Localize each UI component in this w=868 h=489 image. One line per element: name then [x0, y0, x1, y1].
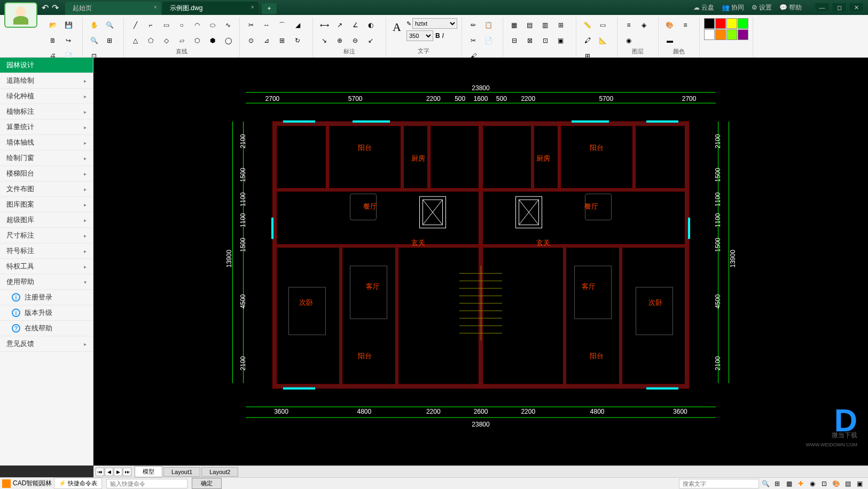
- copy-icon[interactable]: 📋: [482, 18, 496, 32]
- spline-icon[interactable]: ∿: [221, 18, 235, 32]
- circle-icon[interactable]: ○: [175, 18, 189, 32]
- layer3-icon[interactable]: ◉: [622, 34, 636, 48]
- array-icon[interactable]: ⊞: [275, 34, 289, 48]
- ruler-icon[interactable]: 📏: [581, 18, 595, 32]
- layout-prev-button[interactable]: ◀: [105, 468, 113, 476]
- paste-icon[interactable]: 📄: [482, 34, 496, 48]
- layout-first-button[interactable]: ⏮: [96, 468, 104, 476]
- layout-tab-1[interactable]: Layout1: [163, 467, 200, 477]
- triangle-icon[interactable]: △: [128, 34, 142, 48]
- block6-icon[interactable]: ⊠: [523, 34, 537, 48]
- color-swatch[interactable]: [726, 29, 737, 40]
- eraser-icon[interactable]: ✏: [466, 18, 480, 32]
- rect-icon[interactable]: ▭: [159, 18, 173, 32]
- leader-icon[interactable]: ↘: [317, 34, 331, 48]
- block3-icon[interactable]: ▥: [538, 18, 552, 32]
- sidebar-item-7[interactable]: 楼梯阳台▸: [0, 166, 93, 182]
- sidebar-item-11[interactable]: 尺寸标注▸: [0, 228, 93, 243]
- color-swatch[interactable]: [726, 18, 737, 29]
- shape2-icon[interactable]: ▱: [175, 34, 189, 48]
- sidebar-item-10[interactable]: 超级图库▸: [0, 212, 93, 228]
- dim-radius-icon[interactable]: ◐: [364, 18, 378, 32]
- zoom-out-icon[interactable]: 🔍: [87, 34, 101, 48]
- block5-icon[interactable]: ⊟: [507, 34, 521, 48]
- dim-aligned-icon[interactable]: ↗: [333, 18, 347, 32]
- sidebar-item-6[interactable]: 绘制门窗▸: [0, 151, 93, 166]
- shape4-icon[interactable]: ⬢: [206, 34, 220, 48]
- drawing-canvas[interactable]: 23800 2700570022005001600500220057002700…: [93, 58, 868, 466]
- arc-icon[interactable]: ◠: [190, 18, 204, 32]
- confirm-button[interactable]: 确定: [192, 478, 222, 489]
- dim4-icon[interactable]: ↙: [364, 34, 378, 48]
- save-icon[interactable]: 💾: [61, 18, 75, 32]
- mirror-icon[interactable]: ⊿: [260, 34, 273, 48]
- color-swatch[interactable]: [704, 18, 715, 29]
- line-icon[interactable]: ╱: [128, 18, 142, 32]
- sidebar-item-2[interactable]: 绿化种植▸: [0, 89, 93, 104]
- lineweight-icon[interactable]: ▬: [663, 34, 677, 48]
- highlight-icon[interactable]: 🖍: [581, 34, 595, 48]
- status-lwt-icon[interactable]: ▤: [842, 479, 853, 488]
- settings-button[interactable]: ⚙ 设置: [752, 3, 772, 12]
- status-model-icon[interactable]: ▣: [854, 479, 865, 488]
- zoom-in-icon[interactable]: 🔍: [103, 18, 116, 32]
- shape1-icon[interactable]: ◇: [159, 34, 173, 48]
- sidebar-item-3[interactable]: 植物标注▸: [0, 104, 93, 120]
- close-button[interactable]: ✕: [849, 3, 864, 12]
- undo-button[interactable]: ↶: [42, 3, 49, 13]
- dim-linear-icon[interactable]: ⟷: [317, 18, 331, 32]
- status-osnap-icon[interactable]: ⊡: [819, 479, 830, 488]
- chamfer-icon[interactable]: ◢: [291, 18, 304, 32]
- layout-last-button[interactable]: ⏭: [123, 468, 131, 476]
- help-button[interactable]: 💬 帮助: [779, 3, 802, 12]
- tab-example-dwg[interactable]: 示例图.dwg ×: [162, 2, 259, 15]
- rotate-icon[interactable]: ↻: [291, 34, 304, 48]
- block2-icon[interactable]: ▤: [523, 18, 537, 32]
- search-input[interactable]: [679, 479, 759, 488]
- block1-icon[interactable]: ▦: [507, 18, 521, 32]
- sidebar-item-12[interactable]: 符号标注▸: [0, 243, 93, 259]
- status-color-icon[interactable]: 🎨: [831, 479, 841, 488]
- sidebar-item-9[interactable]: 图库图案▸: [0, 197, 93, 212]
- hand-icon[interactable]: ✋: [87, 18, 101, 32]
- sidebar-item-14[interactable]: 使用帮助▾: [0, 274, 93, 290]
- color-wheel-icon[interactable]: 🎨: [663, 18, 677, 32]
- offset-icon[interactable]: ⊙: [244, 34, 258, 48]
- sidebar-item-8[interactable]: 文件布图▸: [0, 182, 93, 197]
- sidebar-item-13[interactable]: 特权工具▸: [0, 259, 93, 274]
- sidebar-item-0[interactable]: 园林设计: [0, 58, 93, 73]
- status-snap-icon[interactable]: ⊞: [772, 479, 783, 488]
- text-big-icon[interactable]: A: [390, 18, 403, 36]
- measure2-icon[interactable]: 📐: [596, 34, 610, 48]
- layout-tab-2[interactable]: Layout2: [201, 467, 238, 477]
- color-swatch[interactable]: [738, 18, 748, 29]
- sidebar-help-login[interactable]: i注册登录: [0, 290, 93, 305]
- polygon-icon[interactable]: ⬠: [144, 34, 158, 48]
- sidebar-feedback[interactable]: 意见反馈▸: [0, 336, 93, 352]
- dim-angular-icon[interactable]: ∠: [348, 18, 362, 32]
- block8-icon[interactable]: ▣: [554, 34, 568, 48]
- sidebar-help-upgrade[interactable]: i版本升级: [0, 305, 93, 321]
- redo-button[interactable]: ↷: [52, 3, 59, 13]
- saveas-icon[interactable]: 🗎: [46, 34, 60, 48]
- area-icon[interactable]: ▭: [596, 18, 610, 32]
- color-swatch[interactable]: [715, 29, 726, 40]
- user-avatar[interactable]: [4, 2, 37, 28]
- fillet-icon[interactable]: ⌒: [275, 18, 289, 32]
- tab-close-icon[interactable]: ×: [154, 4, 157, 10]
- collab-button[interactable]: 👥 协同: [722, 3, 744, 12]
- search-icon[interactable]: 🔍: [760, 479, 771, 488]
- cloud-button[interactable]: ☁ 云盘: [693, 3, 714, 12]
- export-icon[interactable]: ↪: [61, 34, 75, 48]
- status-grid-icon[interactable]: ▦: [784, 479, 794, 488]
- color-swatch[interactable]: [738, 29, 748, 40]
- maximize-button[interactable]: ◻: [832, 3, 847, 12]
- tab-close-icon[interactable]: ×: [251, 4, 254, 10]
- tab-add-button[interactable]: +: [262, 3, 277, 14]
- polyline-icon[interactable]: ⌐: [144, 18, 158, 32]
- cut-icon[interactable]: ✂: [466, 34, 480, 48]
- dim3-icon[interactable]: ⊖: [348, 34, 362, 48]
- status-ortho-icon[interactable]: ✚: [795, 479, 806, 488]
- shape5-icon[interactable]: ◯: [221, 34, 235, 48]
- ellipse-icon[interactable]: ⬭: [206, 18, 220, 32]
